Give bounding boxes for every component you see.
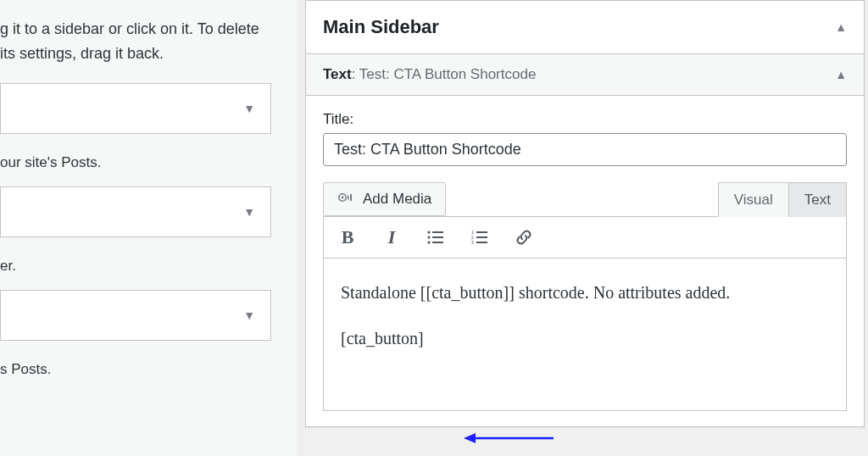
svg-rect-12 [476,236,487,238]
add-media-label: Add Media [363,191,431,208]
chevron-down-icon: ▼ [243,309,255,322]
svg-rect-6 [432,236,443,238]
panel-description: g it to a sidebar or click on it. To del… [0,0,271,83]
editor-toolbar: B I 1 2 3 [323,216,847,259]
title-label: Title: [323,111,847,128]
editor-content[interactable]: Standalone [[cta_button]] shortcode. No … [323,259,847,411]
numbered-list-icon: 1 2 3 [471,231,488,244]
available-widgets-panel: g it to a sidebar or click on it. To del… [0,0,297,456]
add-media-button[interactable]: Add Media [323,182,446,216]
widget-body: Title: Add Media Visual Text [306,96,864,426]
bullet-list-icon [427,231,444,244]
svg-point-1 [342,196,344,198]
available-widget-item[interactable]: ▼ [0,290,271,341]
chevron-up-icon: ▲ [835,68,847,81]
svg-rect-2 [350,194,352,201]
widget-description: our site's Posts. [0,144,271,186]
widget-description: s Posts. [0,351,271,393]
available-widget-item[interactable]: ▼ [0,83,271,134]
chevron-down-icon: ▼ [243,102,255,115]
editor-paragraph: Standalone [[cta_button]] shortcode. No … [341,279,829,306]
svg-point-5 [427,236,430,238]
widget-description: er. [0,247,271,290]
available-widget-item[interactable]: ▼ [0,186,271,237]
tab-visual[interactable]: Visual [718,182,788,217]
svg-text:3: 3 [471,240,474,244]
bold-button[interactable]: B [336,225,359,249]
sidebar-area-header[interactable]: Main Sidebar ▲ [306,1,864,54]
svg-point-7 [427,241,430,243]
svg-marker-16 [464,433,476,443]
tab-text[interactable]: Text [788,182,847,217]
media-icon [337,192,356,207]
main-sidebar-panel: Main Sidebar ▲ Text: Test: CTA Button Sh… [305,0,865,427]
sidebar-area-title: Main Sidebar [323,16,439,38]
italic-button[interactable]: I [380,225,403,249]
widget-header-label: Text: Test: CTA Button Shortcode [323,66,536,83]
svg-rect-8 [432,242,443,243]
svg-rect-10 [476,231,487,233]
link-button[interactable] [512,225,536,249]
svg-point-3 [427,231,430,233]
link-icon [515,228,533,247]
numbered-list-button[interactable]: 1 2 3 [468,225,492,249]
bullet-list-button[interactable] [424,225,448,249]
chevron-up-icon: ▲ [835,20,847,34]
svg-rect-4 [432,231,443,233]
widget-header[interactable]: Text: Test: CTA Button Shortcode ▲ [306,54,864,96]
title-input[interactable] [323,133,847,166]
editor-paragraph: [cta_button] [341,325,829,352]
chevron-down-icon: ▼ [243,205,255,219]
editor-tabs: Visual Text [718,181,847,216]
annotation-arrow [462,426,564,450]
svg-rect-14 [476,242,487,243]
